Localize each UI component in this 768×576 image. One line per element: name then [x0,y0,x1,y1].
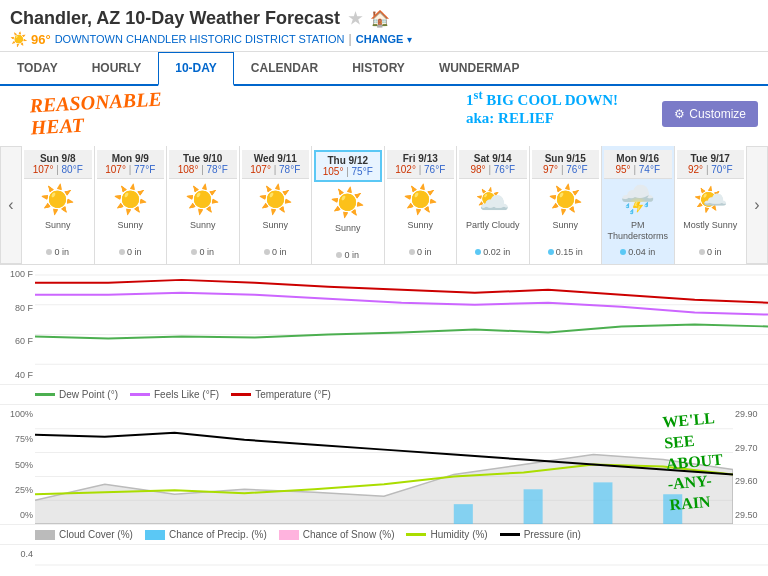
day-condition-3: Sunny [242,220,310,244]
temp-chart-area [35,265,768,384]
precip-dot-3 [264,249,270,255]
legend-pressure: Pressure (in) [500,529,581,540]
temp-label-legend: Temperature (°F) [255,389,331,400]
day-icon-0: ☀️ [24,183,92,216]
forecast-day-6[interactable]: Sat 9/14 98° | 76°F ⛅ Partly Cloudy 0.02… [457,146,530,264]
forecast-container: ‹ Sun 9/8 107° | 80°F ☀️ Sunny 0 in Mon … [0,146,768,265]
change-link[interactable]: CHANGE [356,33,404,45]
day-name-3: Wed 9/11 [244,153,308,164]
day-low-6: 76°F [494,164,515,175]
day-header-2: Tue 9/10 108° | 78°F [169,150,237,179]
day-high-2: 108° [178,164,199,175]
cloud-label: Cloud Cover (%) [59,529,133,540]
precip-dot-7 [548,249,554,255]
tab-hourly[interactable]: HOURLY [75,52,159,84]
day-temps-0: 107° | 80°F [26,164,90,175]
day-condition-8: PM Thunderstorms [604,220,672,244]
day-name-7: Sun 9/15 [534,153,598,164]
day-low-2: 78°F [207,164,228,175]
day-high-9: 92° [688,164,703,175]
day-high-7: 97° [543,164,558,175]
day-icon-4: ☀️ [314,186,382,219]
forecast-day-7[interactable]: Sun 9/15 97° | 76°F ☀️ Sunny 0.15 in [530,146,603,264]
day-icon-2: ☀️ [169,183,237,216]
day-low-3: 78°F [279,164,300,175]
chart2-wrapper: 100% 75% 50% 25% 0% 29.90 29.70 29.60 29… [0,405,768,545]
forecast-day-0[interactable]: Sun 9/8 107° | 80°F ☀️ Sunny 0 in [22,146,95,264]
day-header-4: Thu 9/12 105° | 75°F [314,150,382,182]
tab-10day[interactable]: 10-DAY [158,52,234,86]
station-name: DOWNTOWN CHANDLER HISTORIC DISTRICT STAT… [55,33,345,45]
day-icon-5: ☀️ [387,183,455,216]
chart2-legend: Cloud Cover (%) Chance of Precip. (%) Ch… [0,525,768,545]
title-text: Chandler, AZ 10-Day Weather Forecast [10,8,340,29]
day-temps-2: 108° | 78°F [171,164,235,175]
legend-precip: Chance of Precip. (%) [145,529,267,540]
svg-rect-8 [454,504,473,524]
dropdown-arrow-icon[interactable]: ▾ [407,34,412,45]
pressure-label: Pressure (in) [524,529,581,540]
day-name-9: Tue 9/17 [679,153,743,164]
customize-button[interactable]: ⚙ Customize [662,101,758,127]
day-high-0: 107° [33,164,54,175]
day-low-1: 77°F [134,164,155,175]
forecast-day-5[interactable]: Fri 9/13 102° | 76°F ☀️ Sunny 0 in [385,146,458,264]
tab-today[interactable]: TODAY [0,52,75,84]
day-temps-1: 107° | 77°F [99,164,163,175]
tab-history[interactable]: HISTORY [335,52,422,84]
star-icon[interactable]: ★ [348,9,362,28]
day-low-0: 80°F [62,164,83,175]
day-precip-4: 0 in [314,250,382,260]
day-name-1: Mon 9/9 [99,153,163,164]
forecast-day-8[interactable]: Mon 9/16 95° | 74°F ⛈️ PM Thunderstorms … [602,146,675,264]
day-precip-7: 0.15 in [532,247,600,257]
forecast-day-4[interactable]: Thu 9/12 105° | 75°F ☀️ Sunny 0 in [312,146,385,264]
home-icon[interactable]: 🏠 [370,9,390,28]
snow-label: Chance of Snow (%) [303,529,395,540]
day-header-8: Mon 9/16 95° | 74°F [604,150,672,179]
day-temps-5: 102° | 76°F [389,164,453,175]
pressure-color [500,533,520,536]
day-name-6: Sat 9/14 [461,153,525,164]
day-header-3: Wed 9/11 107° | 78°F [242,150,310,179]
day-icon-1: ☀️ [97,183,165,216]
next-arrow[interactable]: › [746,146,768,264]
day-precip-5: 0 in [387,247,455,257]
day-precip-2: 0 in [169,247,237,257]
forecast-day-1[interactable]: Mon 9/9 107° | 77°F ☀️ Sunny 0 in [95,146,168,264]
day-high-4: 105° [323,166,344,177]
day-icon-3: ☀️ [242,183,310,216]
day-temps-9: 92° | 70°F [679,164,743,175]
day-name-2: Tue 9/10 [171,153,235,164]
forecast-day-2[interactable]: Tue 9/10 108° | 78°F ☀️ Sunny 0 in [167,146,240,264]
legend-temp: Temperature (°F) [231,389,331,400]
prev-arrow[interactable]: ‹ [0,146,22,264]
current-temp: 96° [31,32,51,47]
tab-wundermap[interactable]: WUNDERMAP [422,52,537,84]
precip-dot-2 [191,249,197,255]
day-header-1: Mon 9/9 107° | 77°F [97,150,165,179]
day-name-5: Fri 9/13 [389,153,453,164]
gear-icon: ⚙ [674,107,685,121]
day-condition-2: Sunny [169,220,237,244]
weather-icon-small: ☀️ [10,31,27,47]
feels-label: Feels Like (°F) [154,389,219,400]
forecast-day-9[interactable]: Tue 9/17 92° | 70°F 🌤️ Mostly Sunny 0 in [675,146,747,264]
day-header-5: Fri 9/13 102° | 76°F [387,150,455,179]
svg-rect-10 [593,482,612,524]
day-condition-6: Partly Cloudy [459,220,527,244]
day-temps-3: 107° | 78°F [244,164,308,175]
tab-calendar[interactable]: CALENDAR [234,52,335,84]
prob-chart-area [35,405,733,524]
day-name-0: Sun 9/8 [26,153,90,164]
precip-dot-9 [699,249,705,255]
day-condition-1: Sunny [97,220,165,244]
annotation-area: REASONABLEHEAT 1st BIG COOL DOWN!aka: RE… [0,86,768,146]
humidity-color [406,533,426,536]
svg-rect-9 [524,489,543,524]
snow-color [279,530,299,540]
day-high-6: 98° [470,164,485,175]
forecast-day-3[interactable]: Wed 9/11 107° | 78°F ☀️ Sunny 0 in [240,146,313,264]
day-low-5: 76°F [424,164,445,175]
day-header-0: Sun 9/8 107° | 80°F [24,150,92,179]
